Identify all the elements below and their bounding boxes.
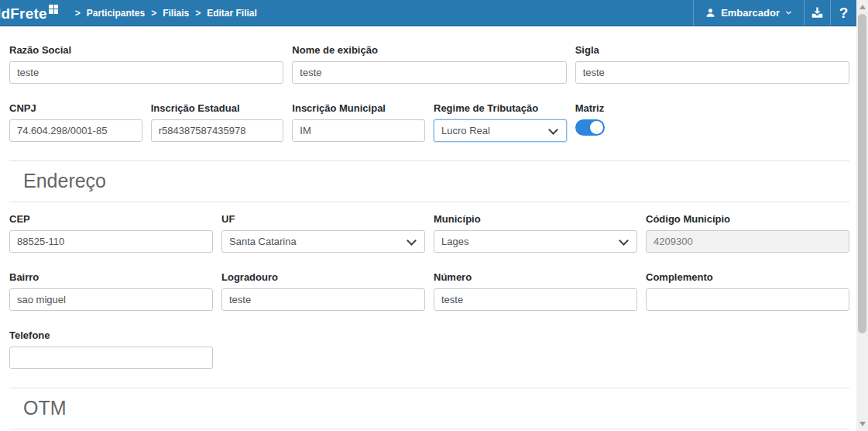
field-inscricao-estadual: Inscrição Estadual xyxy=(151,102,284,142)
complemento-label: Complemento xyxy=(646,271,849,283)
regime-tributacao-label: Regime de Tributação xyxy=(434,102,567,114)
field-cep: CEP xyxy=(9,213,213,253)
breadcrumb-chevron-icon: > xyxy=(195,8,201,19)
breadcrumb-editar-filial[interactable]: Editar Filial xyxy=(207,8,257,19)
breadcrumb-filiais[interactable]: Filiais xyxy=(163,8,189,19)
uf-select[interactable]: Santa Catarina xyxy=(221,230,425,253)
logradouro-input[interactable] xyxy=(221,288,425,311)
breadcrumb-chevron-icon: > xyxy=(75,8,81,19)
numero-label: Número xyxy=(434,271,637,283)
uf-select-wrap: Santa Catarina xyxy=(221,230,425,253)
regime-tributacao-select[interactable]: Lucro Real xyxy=(434,119,567,142)
cnpj-label: CNPJ xyxy=(9,102,142,114)
top-bar: ldFrete > Participantes > Filiais > Edit… xyxy=(0,0,868,26)
field-bairro: Bairro xyxy=(9,271,213,311)
sigla-label: Sigla xyxy=(575,44,849,56)
field-razao-social: Razão Social xyxy=(9,44,283,84)
scrollbar[interactable] xyxy=(856,0,868,431)
uf-label: UF xyxy=(221,213,425,225)
field-inscricao-municipal: Inscrição Municipal xyxy=(292,102,425,142)
user-icon xyxy=(705,8,715,18)
regime-tributacao-select-wrap: Lucro Real xyxy=(434,119,567,142)
field-regime-tributacao: Regime de Tributação Lucro Real xyxy=(434,102,567,142)
numero-input[interactable] xyxy=(434,288,637,311)
field-codigo-municipio: Código Município xyxy=(646,213,849,253)
matriz-toggle[interactable] xyxy=(575,119,605,136)
field-uf: UF Santa Catarina xyxy=(221,213,425,253)
breadcrumb: > Participantes > Filiais > Editar Filia… xyxy=(69,8,257,19)
download-button[interactable] xyxy=(804,0,830,26)
edit-filial-form: Razão Social Nome de exibição Sigla CNPJ… xyxy=(0,26,856,431)
field-matriz: Matriz xyxy=(575,102,708,142)
field-cnpj: CNPJ xyxy=(9,102,142,142)
breadcrumb-chevron-icon: > xyxy=(151,8,156,19)
field-municipio: Município Lages xyxy=(434,213,637,253)
telefone-label: Telefone xyxy=(9,329,213,341)
scrollbar-down-arrow-icon[interactable] xyxy=(859,422,866,426)
inscricao-municipal-input[interactable] xyxy=(292,119,425,142)
inscricao-estadual-label: Inscrição Estadual xyxy=(151,102,284,114)
cep-label: CEP xyxy=(9,213,213,225)
field-sigla: Sigla xyxy=(575,44,849,84)
scrollbar-thumb[interactable] xyxy=(858,14,866,333)
otm-section-title: OTM xyxy=(9,388,849,429)
nome-exibicao-label: Nome de exibição xyxy=(292,44,566,56)
municipio-label: Município xyxy=(434,213,637,225)
app-logo[interactable]: ldFrete xyxy=(0,3,58,22)
help-button[interactable]: ? xyxy=(830,0,856,26)
inscricao-estadual-input[interactable] xyxy=(151,119,284,142)
inscricao-municipal-label: Inscrição Municipal xyxy=(292,102,425,114)
matriz-label: Matriz xyxy=(575,102,708,114)
app-logo-icon xyxy=(49,5,58,14)
codigo-municipio-label: Código Município xyxy=(646,213,849,225)
cep-input[interactable] xyxy=(9,230,213,253)
breadcrumb-participantes[interactable]: Participantes xyxy=(87,8,145,19)
field-complemento: Complemento xyxy=(646,271,849,311)
bairro-label: Bairro xyxy=(9,271,213,283)
field-logradouro: Logradouro xyxy=(221,271,425,311)
scrollbar-up-arrow-icon[interactable] xyxy=(859,5,866,9)
user-menu-label: Embarcador xyxy=(721,7,780,19)
cnpj-input[interactable] xyxy=(9,119,142,142)
razao-social-label: Razão Social xyxy=(9,44,283,56)
bairro-input[interactable] xyxy=(9,288,213,311)
user-menu[interactable]: Embarcador xyxy=(693,0,804,26)
telefone-input[interactable] xyxy=(9,347,213,369)
razao-social-input[interactable] xyxy=(9,61,283,84)
sigla-input[interactable] xyxy=(575,61,849,84)
codigo-municipio-input xyxy=(646,230,849,253)
municipio-select[interactable]: Lages xyxy=(434,230,637,253)
chevron-down-icon xyxy=(785,9,792,16)
top-bar-actions: Embarcador ? xyxy=(693,0,856,26)
app-logo-text: ldFrete xyxy=(0,5,47,22)
endereco-section-title: Endereço xyxy=(9,160,849,202)
field-numero: Número xyxy=(434,271,637,311)
field-nome-exibicao: Nome de exibição xyxy=(292,44,566,84)
nome-exibicao-input[interactable] xyxy=(292,61,566,84)
municipio-select-wrap: Lages xyxy=(434,230,637,253)
field-telefone: Telefone xyxy=(9,329,213,369)
download-icon xyxy=(810,5,825,20)
logradouro-label: Logradouro xyxy=(221,271,425,283)
complemento-input[interactable] xyxy=(646,288,849,311)
